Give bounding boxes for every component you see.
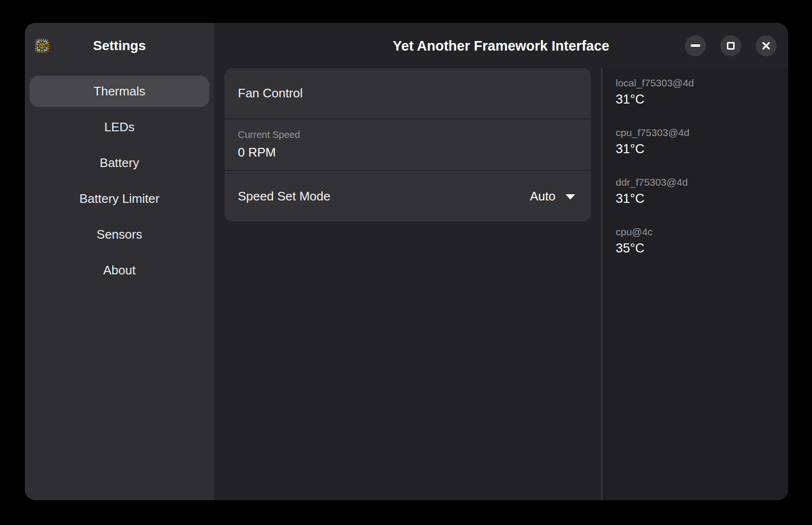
- sensor-value: 35°C: [616, 241, 783, 256]
- close-button[interactable]: [756, 35, 777, 56]
- sidebar-item-battery-limiter[interactable]: Battery Limiter: [30, 183, 209, 214]
- sidebar-item-about[interactable]: About: [30, 255, 209, 286]
- right-pane: Yet Another Framework Interface: [214, 23, 788, 500]
- sidebar: Settings Thermals LEDs Battery Battery L…: [25, 23, 214, 500]
- close-icon: [762, 42, 770, 50]
- sidebar-nav: Thermals LEDs Battery Battery Limiter Se…: [25, 68, 214, 294]
- chevron-down-icon: [565, 193, 576, 200]
- window-title: Yet Another Framework Interface: [393, 38, 609, 53]
- speed-set-mode-value: Auto: [530, 189, 556, 204]
- desktop-background: Settings Thermals LEDs Battery Battery L…: [0, 0, 812, 525]
- current-speed-label: Current Speed: [238, 129, 577, 140]
- speed-set-mode-row: Speed Set Mode Auto: [224, 170, 591, 221]
- sensor-item-cpu-f75303: cpu_f75303@4d 31°C: [616, 127, 783, 157]
- sensor-item-local: local_f75303@4d 31°C: [616, 77, 783, 107]
- sidebar-title: Settings: [93, 38, 146, 53]
- app-chip-gear-icon: [35, 39, 49, 53]
- sensor-label: ddr_f75303@4d: [616, 177, 783, 188]
- sensor-item-cpu: cpu@4c 35°C: [616, 226, 783, 256]
- sensor-label: local_f75303@4d: [616, 77, 783, 89]
- current-speed-row: Current Speed 0 RPM: [224, 118, 591, 170]
- sidebar-item-leds[interactable]: LEDs: [30, 112, 209, 143]
- fan-control-card: Fan Control Current Speed 0 RPM Speed Se…: [224, 68, 591, 221]
- sensor-value: 31°C: [616, 142, 783, 157]
- speed-set-mode-label: Speed Set Mode: [238, 189, 331, 204]
- fan-control-title: Fan Control: [238, 86, 577, 101]
- sidebar-item-battery[interactable]: Battery: [30, 147, 209, 178]
- current-speed-value: 0 RPM: [238, 145, 577, 160]
- maximize-button[interactable]: [720, 35, 741, 56]
- fan-control-header-row: Fan Control: [224, 68, 591, 118]
- titlebar[interactable]: Yet Another Framework Interface: [214, 23, 788, 68]
- sidebar-item-sensors[interactable]: Sensors: [30, 219, 209, 250]
- sensor-readings-panel: local_f75303@4d 31°C cpu_f75303@4d 31°C …: [601, 68, 788, 500]
- speed-set-mode-dropdown[interactable]: Auto: [530, 189, 576, 204]
- sidebar-header: Settings: [25, 23, 214, 68]
- sensor-label: cpu@4c: [616, 226, 783, 238]
- sensor-label: cpu_f75303@4d: [616, 127, 783, 138]
- sensor-item-ddr: ddr_f75303@4d 31°C: [616, 177, 783, 206]
- sensor-value: 31°C: [616, 92, 783, 107]
- minimize-icon: [691, 44, 700, 47]
- content-area: Fan Control Current Speed 0 RPM Speed Se…: [214, 68, 788, 500]
- app-window: Settings Thermals LEDs Battery Battery L…: [25, 23, 788, 500]
- maximize-icon: [727, 42, 735, 50]
- window-controls: [685, 35, 777, 56]
- sidebar-item-thermals[interactable]: Thermals: [30, 76, 209, 107]
- main-area: Fan Control Current Speed 0 RPM Speed Se…: [214, 68, 601, 500]
- sensor-value: 31°C: [616, 191, 783, 206]
- minimize-button[interactable]: [685, 35, 706, 56]
